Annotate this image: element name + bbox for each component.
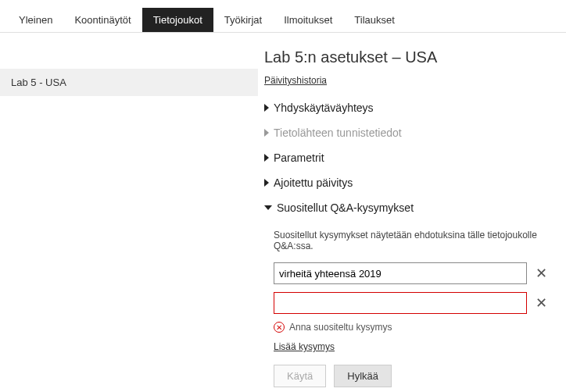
refresh-history-link[interactable]: Päivityshistoria [264, 75, 327, 86]
caret-down-icon [264, 205, 272, 210]
sidebar-item-lab5[interactable]: Lab 5 - USA [0, 69, 258, 96]
section-credentials[interactable]: Tietolähteen tunnistetiedot [264, 120, 547, 145]
qna-body: Suositellut kysymykset näytetään ehdotuk… [264, 220, 547, 387]
caret-right-icon [264, 179, 269, 187]
error-message-row: ✕ Anna suositeltu kysymys [274, 322, 547, 333]
page-title: Lab 5:n asetukset – USA [264, 48, 547, 66]
question-row-1: ✕ [274, 262, 547, 284]
button-row: Käytä Hylkää [274, 365, 547, 387]
question-input-1[interactable] [274, 262, 527, 284]
caret-right-icon [264, 129, 269, 137]
main-panel: Lab 5:n asetukset – USA Päivityshistoria… [258, 33, 566, 392]
tab-alerts[interactable]: Ilmoitukset [273, 8, 343, 32]
tab-dashboards[interactable]: Koontinäytöt [63, 8, 142, 32]
question-row-2: ✕ [274, 292, 547, 314]
sidebar: Lab 5 - USA [0, 33, 258, 392]
section-parameters[interactable]: Parametrit [264, 145, 547, 170]
error-text: Anna suositeltu kysymys [289, 322, 392, 333]
tab-datasets[interactable]: Tietojoukot [142, 8, 213, 32]
section-label: Suositellut Q&A-kysymykset [277, 201, 414, 214]
remove-question-icon[interactable]: ✕ [535, 266, 547, 280]
section-scheduled-refresh[interactable]: Ajoitettu päivitys [264, 170, 547, 195]
tab-general[interactable]: Yleinen [8, 8, 63, 32]
caret-right-icon [264, 154, 269, 162]
add-question-link[interactable]: Lisää kysymys [274, 341, 335, 352]
error-icon: ✕ [274, 322, 285, 333]
qna-description: Suositellut kysymykset näytetään ehdotuk… [274, 230, 547, 251]
section-label: Yhdyskäytäväyhteys [274, 102, 374, 114]
section-qna[interactable]: Suositellut Q&A-kysymykset [264, 195, 547, 220]
section-label: Ajoitettu päivitys [274, 176, 353, 189]
section-gateway[interactable]: Yhdyskäytäväyhteys [264, 95, 547, 120]
section-label: Tietolähteen tunnistetiedot [274, 127, 402, 139]
caret-right-icon [264, 104, 269, 112]
section-label: Parametrit [274, 151, 324, 164]
content-area: Lab 5 - USA Lab 5:n asetukset – USA Päiv… [0, 33, 566, 392]
apply-button[interactable]: Käytä [274, 365, 326, 387]
remove-question-icon[interactable]: ✕ [535, 296, 547, 310]
discard-button[interactable]: Hylkää [334, 365, 392, 387]
tab-bar: Yleinen Koontinäytöt Tietojoukot Työkirj… [0, 0, 566, 33]
question-input-2[interactable] [274, 292, 527, 314]
tab-workbooks[interactable]: Työkirjat [213, 8, 273, 32]
tab-subscriptions[interactable]: Tilaukset [343, 8, 406, 32]
